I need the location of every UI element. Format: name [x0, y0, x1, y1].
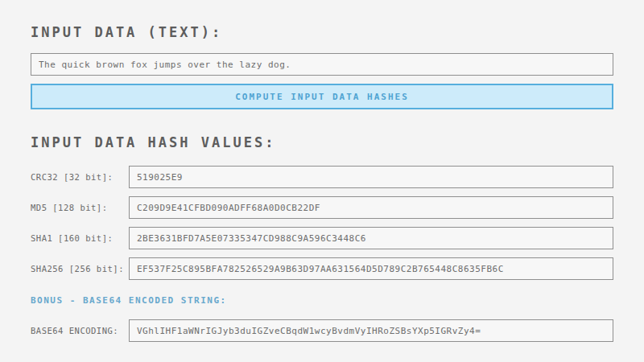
bonus-base64-heading: BONUS - BASE64 ENCODED STRING: [31, 295, 613, 306]
crc32-value-field[interactable] [129, 166, 613, 188]
md5-value-field[interactable] [129, 196, 613, 219]
crc32-label: CRC32 [32 bit]: [31, 172, 129, 182]
table-row-sha256: SHA256 [256 bit]: [31, 257, 613, 280]
table-row-sha1: SHA1 [160 bit]: [31, 227, 613, 249]
hash-values-heading: INPUT DATA HASH VALUES: [31, 134, 613, 150]
table-row-crc32: CRC32 [32 bit]: [31, 166, 613, 188]
sha256-value-field[interactable] [129, 257, 613, 280]
input-data-heading: INPUT DATA (TEXT): [31, 24, 613, 40]
sha1-value-field[interactable] [129, 227, 613, 249]
sha256-label: SHA256 [256 bit]: [31, 264, 129, 274]
md5-label: MD5 [128 bit]: [31, 203, 129, 212]
table-row-base64: BASE64 ENCODING: [31, 319, 613, 342]
table-row-md5: MD5 [128 bit]: [31, 196, 613, 219]
compute-hashes-button[interactable]: COMPUTE INPUT DATA HASHES [31, 84, 613, 109]
hash-tool-page: INPUT DATA (TEXT): COMPUTE INPUT DATA HA… [0, 0, 644, 362]
hash-rows: CRC32 [32 bit]: MD5 [128 bit]: SHA1 [160… [31, 166, 613, 280]
sha1-label: SHA1 [160 bit]: [31, 233, 129, 243]
base64-label: BASE64 ENCODING: [31, 326, 129, 335]
base64-value-field[interactable] [129, 319, 613, 342]
input-data-field[interactable] [31, 53, 613, 76]
